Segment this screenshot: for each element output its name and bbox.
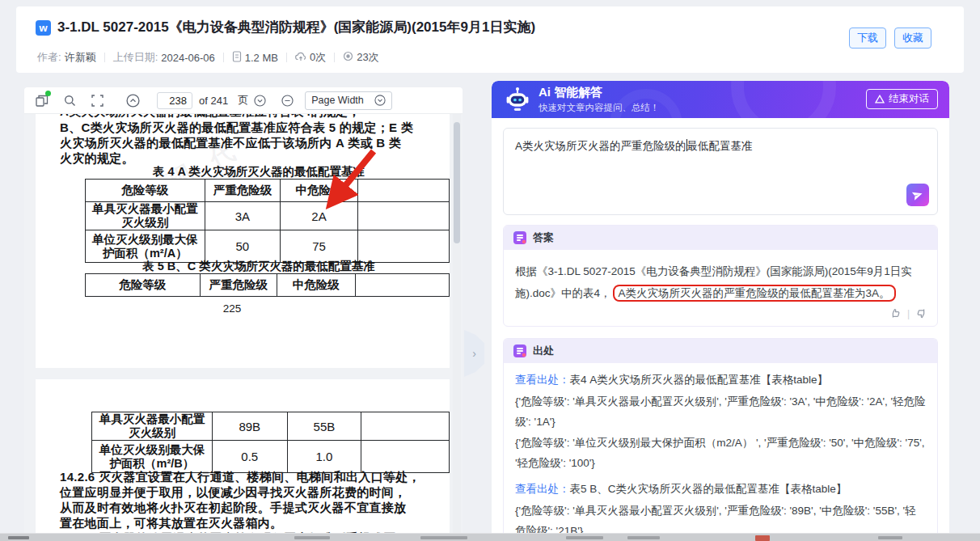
ai-panel-subtitle: 快速对文章内容提问、总结！: [539, 102, 660, 114]
table-cell: 单位灭火级别最大保护面积（m²/A）: [86, 230, 205, 263]
table-cell: 50: [205, 230, 280, 263]
table-cell: 严重危险级: [205, 180, 280, 202]
table-cell: 中危险级: [281, 180, 358, 202]
source-item: 查看出处：表4 A类火灾场所灭火器的最低配置基准【表格table】 {'危险等级…: [515, 370, 926, 473]
doc-page-225: 金现代 A类火灾场所灭火器的最低配置基准应符合表4的规定； B、C类火灾场所灭火…: [36, 114, 450, 368]
answer-feedback: |: [504, 306, 937, 326]
banner-decoration: [731, 81, 836, 118]
table4-caption: 表 4 A 类火灾场所灭火器的最低配置基准: [36, 164, 450, 180]
table-cell: [361, 412, 450, 441]
table-cell: 严重危险级: [200, 274, 277, 297]
document-viewer: of 241 页 Page Width 金现代 A类火灾场所灭火器的最低配置基准…: [24, 87, 463, 539]
table-cell: 单位灭火级别最大保护面积（m²/B）: [92, 441, 213, 473]
answer-doc-icon: [513, 231, 526, 244]
paper-plane-icon: [910, 188, 925, 202]
answer-label: 答案: [533, 230, 554, 245]
page-number-input[interactable]: [157, 92, 192, 109]
fullscreen-icon[interactable]: [89, 92, 105, 108]
author-value: 许新颖: [65, 50, 96, 65]
doc-page-226: 单具灭火器最小配置灭火级别 89B 55B 单位灭火级别最大保护面积（m²/B）…: [36, 379, 450, 539]
table-cell: 单具灭火器最小配置灭火级别: [92, 412, 213, 441]
zoom-out-icon[interactable]: [279, 92, 295, 108]
end-chat-button[interactable]: 结束对话: [866, 89, 938, 109]
next-page-icon[interactable]: [251, 92, 268, 108]
view-count: 23次: [357, 50, 378, 65]
status-bar-fragment: [420, 536, 467, 539]
answer-header: 答案: [504, 226, 937, 250]
chevron-down-icon: [374, 95, 386, 106]
answer-section: 答案 根据《3-1.DL 5027-2015《电力设备典型消防规程》(国家能源局…: [503, 225, 938, 327]
desktop-status-bar: [0, 533, 980, 541]
source-data-line: {'危险等级': '单位灭火级别最大保护面积（m2/A） ', '严重危险级':…: [515, 433, 926, 473]
end-chat-label: 结束对话: [889, 92, 929, 106]
file-icon: [232, 51, 242, 65]
document-canvas: 金现代 A类火灾场所灭火器的最低配置基准应符合表4的规定； B、C类火灾场所灭火…: [24, 114, 463, 539]
search-icon[interactable]: [61, 92, 78, 108]
sources-header: 出处: [504, 339, 937, 363]
download-count: 0次: [310, 50, 326, 65]
table5-caption: 表 5 B、C 类火灾场所灭火器的最低配置基准: [36, 259, 450, 274]
upload-label: 上传日期:: [113, 50, 158, 65]
answer-highlight: A类火灾场所灭火器的严重危险级的最低配置基准为3A。: [613, 285, 896, 302]
sources-section: 出处 查看出处：表4 A类火灾场所灭火器的最低配置基准【表格table】 {'危…: [503, 338, 938, 541]
doc-clipped-line: A类火灾场所灭火器的最低配置基准应符合表4的规定；: [60, 114, 361, 119]
viewer-scrollbar-track[interactable]: [453, 114, 461, 539]
source-title: 表4 A类火灾场所灭火器的最低配置基准【表格table】: [570, 374, 829, 386]
table-cell: 危险等级: [86, 274, 201, 297]
status-bar-fragment: [566, 536, 603, 539]
favorite-button[interactable]: 收藏: [894, 27, 931, 49]
send-button[interactable]: [906, 184, 929, 206]
alert-triangle-icon: [875, 95, 885, 104]
status-bar-fragment: [627, 536, 660, 539]
status-bar-fragment: [878, 536, 902, 539]
table-cell: [361, 441, 450, 473]
view-source-link[interactable]: 查看出处：: [515, 374, 570, 386]
zoom-mode-value: Page Width: [311, 95, 364, 106]
app-root: w 3-1.DL 5027-2015《电力设备典型消防规程》(国家能源局)(20…: [0, 0, 980, 541]
table-cell: 55B: [287, 412, 361, 441]
sources-label: 出处: [533, 344, 554, 358]
page-unit-label: 页: [238, 93, 248, 108]
download-button[interactable]: 下载: [849, 27, 886, 49]
meta-divider: [286, 53, 287, 62]
views-icon: [343, 51, 353, 64]
question-text: A类火灾场所灭火器的严重危险级的最低配置基准: [504, 129, 937, 164]
doc-line: 位置应明显并便于取用，以便减少因寻找灭火器所花费的时间，: [60, 484, 420, 500]
page-title: 3-1.DL 5027-2015《电力设备典型消防规程》(国家能源局)(2015…: [57, 18, 535, 36]
sources-doc-icon: [513, 344, 526, 357]
doc-page-number: 225: [36, 302, 450, 315]
viewer-scrollbar-thumb[interactable]: [454, 122, 460, 243]
panel-collapse-handle[interactable]: ›: [464, 330, 484, 377]
document-header: w 3-1.DL 5027-2015《电力设备典型消防规程》(国家能源局)(20…: [16, 6, 964, 73]
robot-mascot-icon: [505, 87, 530, 116]
table-cell: 3A: [205, 202, 280, 230]
thumbnail-panel-icon[interactable]: [34, 92, 50, 108]
table-cell: 中危险级: [277, 274, 355, 297]
table-cell: 0.5: [212, 441, 287, 473]
status-bar-fragment: [294, 536, 330, 539]
document-meta: 作者: 许新颖 上传日期: 2024-06-06 1.2 MB 0次 23次: [37, 50, 379, 65]
doc-paragraph: B、C类火灾场所灭火器的最低配置基准应符合表 5 的规定；E 类 火灾场所灭火器…: [60, 120, 413, 166]
doc-line: 火灾场所灭火器的最低配置基准不应低于该场所内 A 类或 B 类: [60, 135, 413, 150]
meta-divider: [104, 53, 105, 62]
table-cell: 89B: [212, 412, 287, 441]
status-bar-red-icon: [755, 535, 770, 541]
table-cell: 单具灭火器最小配置灭火级别: [86, 202, 205, 230]
author-label: 作者:: [37, 50, 61, 65]
doc-line: 14.2.6 灭火器宜设置在人行通道、楼梯间、电梯间和出入口等处，: [60, 469, 420, 484]
table-cell: [355, 274, 449, 297]
notification-dot: [45, 91, 51, 96]
table-cell: 1.0: [287, 441, 361, 473]
question-input[interactable]: A类火灾场所灭火器的严重危险级的最低配置基准: [503, 128, 938, 215]
chevron-right-icon: ›: [472, 347, 476, 360]
thumbs-up-icon[interactable]: [889, 307, 902, 319]
thumbs-down-icon[interactable]: [915, 307, 927, 319]
zoom-mode-select[interactable]: Page Width: [305, 91, 392, 110]
feedback-divider: |: [907, 308, 910, 319]
doc-line: B、C类火灾场所灭火器的最低配置基准应符合表 5 的规定；E 类: [60, 120, 413, 135]
table-cell: 75: [281, 230, 358, 263]
download-count-icon: [295, 52, 306, 64]
prev-page-icon[interactable]: [125, 92, 141, 108]
view-source-link[interactable]: 查看出处：: [515, 483, 570, 495]
doc-paragraph: 14.2.6 灭火器宜设置在人行通道、楼梯间、电梯间和出入口等处， 位置应明显并…: [60, 469, 420, 539]
